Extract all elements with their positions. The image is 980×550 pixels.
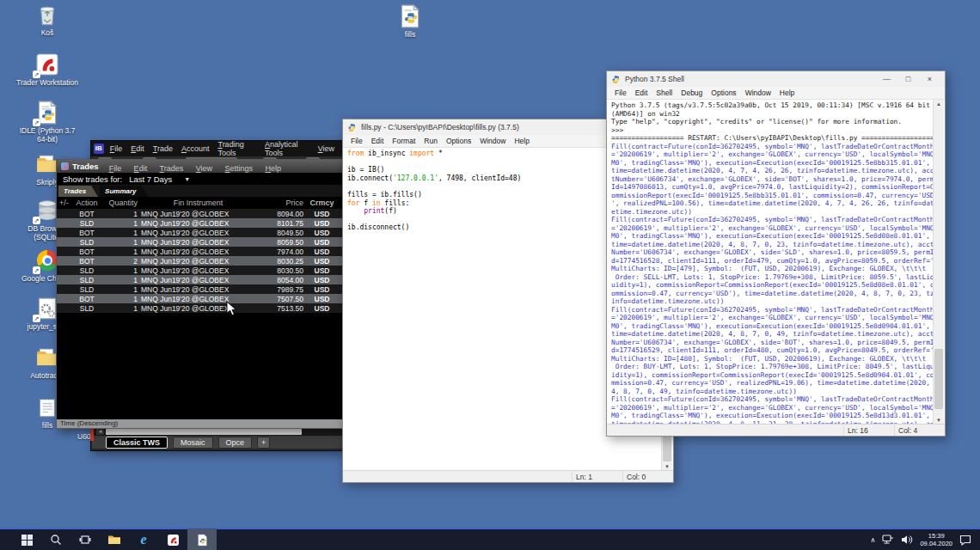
cell-ccy: USD bbox=[303, 276, 340, 284]
cell-act: BOT bbox=[71, 248, 102, 256]
cell-ins: MNQ Jun19'20 @GLOBEX bbox=[138, 248, 259, 256]
shell-menu-shell[interactable]: Shell bbox=[652, 89, 677, 97]
internet-explorer-icon: e bbox=[140, 533, 146, 547]
scroll-up-icon[interactable]: ▲ bbox=[934, 100, 944, 108]
idle-python-taskbar-button[interactable] bbox=[187, 529, 217, 550]
trade-row[interactable]: BOT1MNQ Jun19'20 @GLOBEX7974.00USD bbox=[57, 247, 343, 256]
column-header-action[interactable]: Action bbox=[71, 199, 102, 207]
trades-menu-view[interactable]: View bbox=[196, 164, 212, 173]
column-header-price[interactable]: Price bbox=[259, 199, 303, 207]
editor-menu-window[interactable]: Window bbox=[475, 137, 510, 145]
shell-menu-window[interactable]: Window bbox=[741, 89, 775, 97]
tws-menu-analytical-tools[interactable]: Analytical Tools bbox=[265, 140, 309, 157]
editor-menu-help[interactable]: Help bbox=[510, 137, 533, 145]
scrollbar-thumb[interactable] bbox=[934, 349, 943, 409]
cell-qty: 1 bbox=[102, 238, 138, 247]
shell-menu-options[interactable]: Options bbox=[707, 89, 740, 97]
minimize-button[interactable]: — bbox=[876, 72, 897, 87]
desktop-icon-recycle-bin[interactable]: Koš bbox=[13, 2, 82, 38]
volume-icon[interactable] bbox=[901, 535, 913, 545]
shell-titlebar[interactable]: Python 3.7.5 Shell — □ × bbox=[607, 71, 945, 87]
workspace-tab-add[interactable]: + bbox=[257, 437, 270, 449]
file-explorer-button[interactable] bbox=[100, 529, 129, 550]
shell-menu-debug[interactable]: Debug bbox=[677, 89, 707, 97]
trade-row[interactable]: SLD1MNQ Jun19'20 @GLOBEX7513.50USD bbox=[57, 303, 343, 313]
shortcut-arrow-icon: ↗ bbox=[33, 119, 40, 126]
editor-menu-edit[interactable]: Edit bbox=[367, 137, 389, 145]
workspace-tab-classic-tws[interactable]: Classic TWS bbox=[106, 437, 168, 449]
tws-menu-edit[interactable]: Edit bbox=[131, 144, 144, 153]
filter-label: Show trades for: bbox=[63, 174, 122, 184]
close-button[interactable]: × bbox=[919, 72, 940, 87]
trade-row[interactable]: SLD1MNQ Jun19'20 @GLOBEX8101.75USD bbox=[57, 218, 343, 228]
cell-act: BOT bbox=[71, 257, 102, 266]
editor-menu-options[interactable]: Options bbox=[442, 137, 475, 145]
trade-row[interactable]: SLD1MNQ Jun19'20 @GLOBEX8059.50USD bbox=[57, 237, 343, 247]
workspace-tab-opce[interactable]: Opce bbox=[218, 437, 253, 449]
action-center-icon[interactable] bbox=[959, 535, 971, 546]
tws-menu-file[interactable]: File bbox=[110, 144, 123, 153]
taskbar-clock[interactable]: 15:39 09.04.2020 bbox=[920, 532, 952, 547]
cell-ins: MNQ Jun19'20 @GLOBEX bbox=[138, 257, 259, 266]
editor-menu-run[interactable]: Run bbox=[420, 137, 442, 145]
cell-pr: 8054.00 bbox=[259, 276, 303, 284]
desktop-icon-idle-python[interactable]: ↗ IDLE (Python 3.7 64-bit) bbox=[13, 100, 82, 144]
tws-menu-trading-tools[interactable]: Trading Tools bbox=[217, 140, 256, 157]
taskbar-search-button[interactable] bbox=[41, 529, 70, 550]
trade-row[interactable]: BOT1MNQ Jun19'20 @GLOBEX8094.00USD bbox=[57, 209, 343, 218]
shell-menu-help[interactable]: Help bbox=[775, 89, 799, 97]
cell-ins: MNQ Jun19'20 @GLOBEX bbox=[138, 304, 259, 313]
start-button[interactable] bbox=[12, 529, 41, 550]
trades-menu-settings[interactable]: Settings bbox=[225, 164, 254, 173]
tab-trades[interactable]: Trades bbox=[58, 186, 98, 197]
column-header-plusminus[interactable]: +/- bbox=[57, 199, 71, 207]
tab-summary[interactable]: Summary bbox=[100, 186, 148, 197]
scrollbar-thumb[interactable] bbox=[106, 429, 302, 435]
trades-titlebar[interactable]: Trades File Edit Trades View Settings He… bbox=[57, 160, 343, 173]
column-header-instrument[interactable]: Fin Instrument bbox=[138, 199, 259, 207]
tray-expand-icon[interactable]: ∧ bbox=[871, 536, 876, 544]
task-view-icon bbox=[79, 534, 91, 546]
column-header-quantity[interactable]: Quantity bbox=[102, 199, 138, 207]
trade-row[interactable]: BOT1MNQ Jun19'20 @GLOBEX7507.50USD bbox=[57, 294, 343, 303]
desktop-icon-fills-python[interactable]: fills bbox=[376, 3, 444, 40]
cell-qty: 1 bbox=[102, 285, 138, 294]
cell-act: BOT bbox=[71, 210, 102, 218]
shell-menu-edit[interactable]: Edit bbox=[631, 89, 652, 97]
shell-output[interactable]: Python 3.7.5 (tags/v3.7.5:5c02a39a0b, Oc… bbox=[608, 100, 934, 425]
workspace-tab-mosaic[interactable]: Mosaic bbox=[173, 437, 213, 449]
cell-ccy: USD bbox=[303, 229, 340, 237]
chevron-down-icon[interactable]: ▼ bbox=[184, 176, 190, 182]
trade-row[interactable]: SLD1MNQ Jun19'20 @GLOBEX8054.00USD bbox=[57, 275, 343, 284]
trade-row[interactable]: SLD1MNQ Jun19'20 @GLOBEX7989.75USD bbox=[57, 284, 343, 294]
trades-menu-edit[interactable]: Edit bbox=[134, 164, 148, 173]
trades-menu-trades[interactable]: Trades bbox=[160, 164, 184, 173]
trader-workstation-taskbar-button[interactable] bbox=[158, 529, 187, 550]
editor-menu-format[interactable]: Format bbox=[388, 137, 420, 145]
desktop-icon-trader-workstation[interactable]: ↗ Trader Workstation bbox=[13, 52, 82, 88]
tws-menu-view[interactable]: View bbox=[318, 144, 334, 153]
trade-row[interactable]: BOT1MNQ Jun19'20 @GLOBEX8049.50USD bbox=[57, 228, 343, 237]
tws-menu-account[interactable]: Account bbox=[181, 144, 210, 153]
cell-act: SLD bbox=[71, 304, 102, 313]
scroll-left-icon[interactable]: ◄ bbox=[96, 429, 104, 435]
trade-row[interactable]: BOT2MNQ Jun19'20 @GLOBEX8030.25USD bbox=[57, 256, 343, 266]
cell-ins: MNQ Jun19'20 @GLOBEX bbox=[138, 219, 259, 228]
editor-line-indicator: Ln: 1 bbox=[572, 472, 622, 482]
editor-menu-file[interactable]: File bbox=[346, 137, 367, 145]
internet-explorer-button[interactable]: e bbox=[129, 529, 158, 550]
maximize-button[interactable]: □ bbox=[897, 72, 919, 87]
tws-menu-trade[interactable]: Trade bbox=[153, 144, 173, 153]
task-view-button[interactable] bbox=[70, 529, 100, 550]
network-icon[interactable] bbox=[882, 535, 894, 545]
column-header-currency[interactable]: Crmcy bbox=[303, 199, 340, 207]
filter-dropdown[interactable]: Last 7 Days bbox=[129, 174, 172, 184]
shell-scrollbar[interactable]: ▲ ▼ bbox=[933, 100, 944, 425]
shell-status-bar: Ln: 16 Col: 4 bbox=[607, 424, 945, 436]
trades-menu-file[interactable]: File bbox=[109, 164, 122, 173]
trades-menu-help[interactable]: Help bbox=[266, 164, 282, 173]
shell-menu-file[interactable]: File bbox=[610, 89, 631, 97]
icon-label: IDLE (Python 3.7 64-bit) bbox=[14, 127, 81, 144]
tws-horizontal-scrollbar[interactable]: ◄ bbox=[92, 428, 342, 436]
trade-row[interactable]: SLD1MNQ Jun19'20 @GLOBEX8030.50USD bbox=[57, 266, 343, 275]
